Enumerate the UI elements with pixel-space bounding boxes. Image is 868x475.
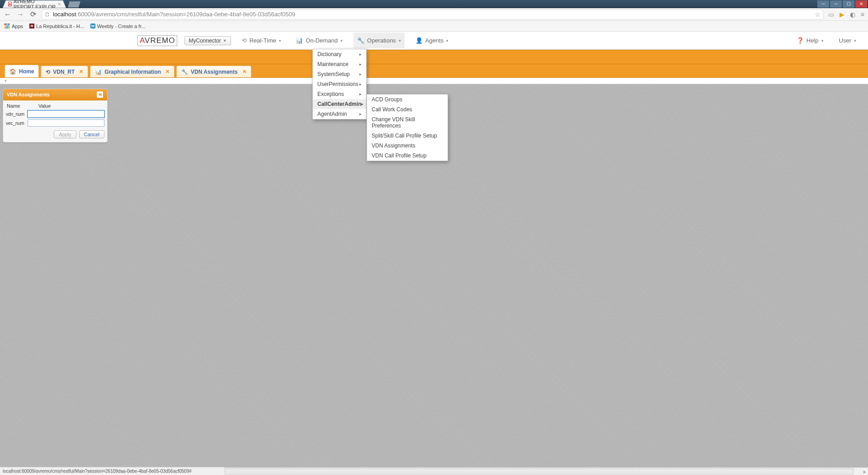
connector-dropdown[interactable]: MyConnector▼: [184, 36, 231, 45]
operations-dropdown: Dictionary▸ Maintenance▸ SystemSetup▸ Us…: [312, 49, 367, 119]
window-minimize-button[interactable]: ─: [817, 0, 829, 8]
expand-icon[interactable]: ▴: [3, 78, 8, 82]
panel-title: VDN Assignments: [7, 92, 50, 97]
refresh-icon: ⟲: [46, 69, 50, 75]
new-tab-button[interactable]: [68, 1, 80, 8]
submenu-call-work-codes[interactable]: Call Work Codes: [367, 104, 448, 114]
refresh-icon: ⟲: [242, 37, 247, 44]
close-icon[interactable]: ✕: [165, 69, 170, 75]
vdn-num-input[interactable]: [28, 110, 104, 118]
scroll-right-icon[interactable]: ▸: [861, 469, 868, 474]
repubblica-bookmark[interactable]: R La Repubblica.it - H...: [29, 24, 84, 29]
menu-callcenteradmin[interactable]: CallCenterAdmin▸: [313, 99, 366, 109]
menu-help[interactable]: ❓ Help▾: [793, 33, 827, 48]
panel-columns: Name Value: [6, 102, 104, 110]
chevron-right-icon: ▸: [359, 112, 362, 116]
workspace-tabs: 🏠 Home ⟲ VDN_RT ✕ 📊 Graphical Informatio…: [0, 64, 868, 78]
tab-home[interactable]: 🏠 Home: [5, 65, 39, 77]
col-name: Name: [7, 103, 27, 109]
field-vdn-num: vdn_num: [6, 110, 104, 118]
page-icon: 🗋: [45, 11, 50, 18]
callcenteradmin-submenu: ACD Groups Call Work Codes Change VDN Sk…: [367, 94, 448, 161]
menu-agents[interactable]: 👤 Agents▾: [412, 33, 452, 48]
vdn-assignments-panel: VDN Assignments ✕ Name Value vdn_num vec…: [3, 89, 108, 142]
apps-bookmark[interactable]: Apps: [5, 24, 23, 29]
menu-realtime[interactable]: ⟲ Real-Time▾: [238, 33, 285, 48]
col-value: Value: [27, 103, 104, 109]
menu-exceptions[interactable]: Exceptions▸: [313, 89, 366, 99]
bookmarks-bar: Apps R La Repubblica.it - H... W Weebly …: [0, 21, 868, 32]
chevron-right-icon: ▸: [361, 102, 363, 106]
menu-user[interactable]: User▾: [835, 33, 860, 48]
menu-maintenance[interactable]: Maintenance▸: [313, 59, 366, 69]
panel-close-button[interactable]: ✕: [96, 91, 104, 98]
close-icon[interactable]: ✕: [242, 69, 246, 75]
weebly-icon: W: [90, 24, 95, 28]
browser-titlebar: A AVREMO REPORT EXPLOR × ─ ─ ☐ ✕: [0, 0, 868, 8]
panel-header[interactable]: VDN Assignments ✕: [3, 89, 107, 100]
ext-play-icon[interactable]: ▶: [840, 11, 844, 18]
status-bar: localhost:60009/avremo/cms/restful/Main?…: [0, 467, 224, 475]
secondary-toolbar: [0, 50, 868, 64]
ext-misc-icon[interactable]: ◐: [850, 11, 855, 18]
bookmark-star-icon[interactable]: ☆: [815, 11, 821, 18]
submenu-split-skill-profile[interactable]: Split/Skill Call Profile Setup: [367, 131, 448, 141]
app-logo: AVREMO: [137, 35, 177, 46]
window-maximize-button[interactable]: ☐: [843, 0, 854, 8]
home-icon: 🏠: [9, 68, 16, 75]
chart-icon: 📊: [296, 37, 303, 44]
apply-button[interactable]: Apply: [54, 130, 76, 138]
forward-button: →: [16, 10, 24, 19]
vec-num-input[interactable]: [28, 119, 104, 127]
menu-operations[interactable]: 🔧 Operations▾: [354, 33, 405, 48]
chevron-right-icon: ▸: [359, 72, 362, 76]
repubblica-icon: R: [29, 24, 34, 28]
wrench-icon: 🔧: [181, 69, 188, 75]
menu-agentadmin[interactable]: AgentAdmin▸: [313, 109, 366, 119]
chevron-right-icon: ▸: [359, 82, 362, 86]
close-icon[interactable]: ✕: [79, 69, 83, 75]
url-text: localhost:60009/avremo/cms/restful/Main?…: [53, 11, 295, 18]
submenu-vdn-assignments[interactable]: VDN Assignments: [367, 141, 448, 151]
apps-icon: [5, 24, 10, 29]
chart-icon: 📊: [95, 69, 102, 75]
device-icon[interactable]: ▭: [828, 11, 834, 18]
tab-vdn-assignments[interactable]: 🔧 VDN Assignments ✕: [176, 66, 251, 77]
chrome-menu-icon[interactable]: ≡: [861, 11, 864, 18]
tab-vdn-rt[interactable]: ⟲ VDN_RT ✕: [41, 66, 88, 77]
field-label: vec_num: [6, 121, 26, 126]
field-vec-num: vec_num: [6, 119, 104, 127]
reload-button[interactable]: ⟳: [29, 10, 37, 19]
chevron-right-icon: ▸: [359, 62, 362, 66]
field-label: vdn_num: [6, 112, 26, 117]
wrench-icon: 🔧: [357, 37, 364, 44]
person-icon: 👤: [415, 37, 423, 44]
cancel-button[interactable]: Cancel: [79, 130, 104, 138]
status-text: localhost:60009/avremo/cms/restful/Main?…: [3, 469, 192, 474]
help-icon: ❓: [797, 37, 804, 44]
submenu-change-vdn-skill[interactable]: Change VDN Skill Preferences: [367, 114, 448, 131]
window-close-button[interactable]: ✕: [855, 0, 867, 8]
tab-under-row: ▴: [0, 78, 868, 84]
favicon-icon: A: [8, 2, 12, 6]
weebly-bookmark[interactable]: W Weebly - Create a fr...: [90, 24, 146, 29]
window-minimize2-button[interactable]: ─: [830, 0, 842, 8]
submenu-vdn-call-profile[interactable]: VDN Call Profile Setup: [367, 151, 448, 161]
menu-ondemand[interactable]: 📊 On-Demand▾: [292, 33, 346, 48]
tab-graphical-info[interactable]: 📊 Graphical Information ✕: [90, 66, 175, 77]
menu-dictionary[interactable]: Dictionary▸: [313, 49, 366, 59]
menu-systemsetup[interactable]: SystemSetup▸: [313, 69, 366, 79]
chevron-right-icon: ▸: [359, 92, 362, 96]
browser-toolbar: ← → ⟳ 🗋 localhost:60009/avremo/cms/restf…: [0, 8, 868, 21]
address-bar[interactable]: 🗋 localhost:60009/avremo/cms/restful/Mai…: [42, 10, 824, 19]
submenu-acd-groups[interactable]: ACD Groups: [367, 95, 448, 104]
chevron-right-icon: ▸: [359, 52, 362, 57]
menu-userpermissions[interactable]: UserPermissions▸: [313, 79, 366, 89]
browser-tab[interactable]: A AVREMO REPORT EXPLOR ×: [3, 0, 66, 8]
back-button[interactable]: ←: [4, 10, 12, 19]
app-nav: AVREMO MyConnector▼ ⟲ Real-Time▾ 📊 On-De…: [0, 32, 868, 50]
horizontal-scrollbar[interactable]: localhost:60009/avremo/cms/restful/Main?…: [0, 467, 868, 475]
tab-close-icon[interactable]: ×: [58, 2, 61, 7]
